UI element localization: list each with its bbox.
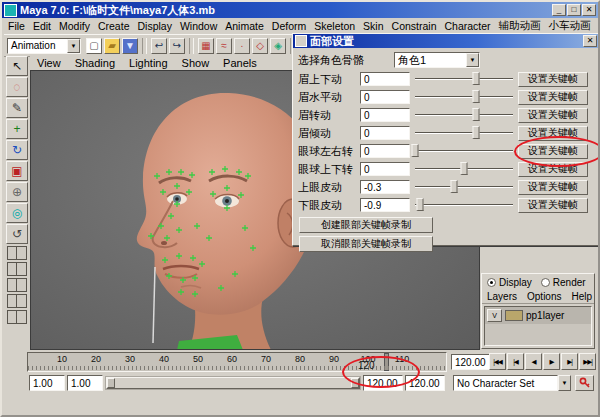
character-dropdown[interactable]: 角色1 ▼ — [394, 52, 480, 68]
go-to-start-button[interactable]: |◀◀ — [489, 353, 506, 370]
menu-item-0[interactable]: File — [4, 20, 29, 32]
slider-handle[interactable] — [473, 108, 480, 121]
slider-handle[interactable] — [473, 90, 480, 103]
set-keyframe-button[interactable]: 设置关键帧 — [518, 198, 588, 213]
slider-handle[interactable] — [461, 162, 468, 175]
panel-menu-shading[interactable]: Shading — [68, 57, 122, 69]
playback-end-field[interactable]: 120.00 — [363, 375, 403, 391]
control-slider[interactable] — [413, 197, 515, 213]
slider-handle[interactable] — [412, 144, 419, 157]
make-live-icon[interactable]: ◈ — [270, 38, 286, 54]
go-to-end-button[interactable]: ▶▶| — [579, 353, 596, 370]
menu-item-7[interactable]: Deform — [268, 20, 310, 32]
menu-item-5[interactable]: Window — [176, 20, 221, 32]
create-eye-key-recording-button[interactable]: 创建眼部关键帧录制 — [299, 217, 433, 233]
show-manipulator-button[interactable]: ◎ — [6, 203, 28, 223]
panel-menu-panels[interactable]: Panels — [216, 57, 264, 69]
set-keyframe-button[interactable]: 设置关键帧 — [518, 126, 588, 141]
layers-menu-help[interactable]: Help — [566, 291, 597, 302]
layout-single-pane-button[interactable] — [7, 246, 27, 260]
rotate-tool-button[interactable]: ↻ — [6, 140, 28, 160]
set-keyframe-button[interactable]: 设置关键帧 — [518, 180, 588, 195]
layout-persp-outliner-button[interactable] — [7, 278, 27, 292]
current-frame-marker[interactable] — [384, 353, 389, 371]
chevron-down-icon[interactable]: ▼ — [67, 39, 80, 53]
control-slider[interactable] — [413, 89, 515, 105]
layer-row[interactable]: Vpp1layer — [485, 307, 591, 324]
control-slider[interactable] — [413, 125, 515, 141]
menu-item-13[interactable]: 小车动画 — [545, 19, 595, 33]
range-end-handle[interactable] — [351, 378, 359, 388]
panel-menu-show[interactable]: Show — [175, 57, 217, 69]
lasso-tool-button[interactable]: ◌ — [6, 77, 28, 97]
layer-visibility-toggle[interactable]: V — [487, 309, 502, 322]
menu-item-10[interactable]: Constrain — [388, 20, 441, 32]
undo-icon[interactable]: ↩ — [151, 38, 167, 54]
step-back-frame-button[interactable]: |◀ — [507, 353, 524, 370]
select-tool-button[interactable]: ↖ — [6, 56, 28, 76]
set-keyframe-button[interactable]: 设置关键帧 — [518, 108, 588, 123]
move-tool-button[interactable]: + — [6, 119, 28, 139]
slider-handle[interactable] — [473, 126, 480, 139]
time-slider[interactable]: 102030405060708090100110 120 — [27, 352, 447, 372]
animation-end-field[interactable]: 120.00 — [405, 375, 445, 391]
chevron-down-icon[interactable]: ▼ — [558, 375, 571, 391]
control-value-field[interactable]: 0 — [360, 108, 410, 122]
menu-item-12[interactable]: 辅助动画 — [495, 19, 545, 33]
panel-menu-view[interactable]: View — [30, 57, 68, 69]
menu-item-6[interactable]: Animate — [221, 20, 268, 32]
menu-item-14[interactable]: 帮助 — [595, 19, 596, 33]
maximize-button[interactable]: □ — [567, 4, 581, 16]
slider-handle[interactable] — [473, 72, 480, 85]
close-button[interactable]: ✕ — [582, 4, 596, 16]
layer-color-swatch[interactable] — [505, 310, 523, 321]
set-keyframe-button[interactable]: 设置关键帧 — [518, 162, 588, 177]
range-slider[interactable] — [105, 376, 361, 390]
menu-item-2[interactable]: Modify — [55, 20, 94, 32]
save-scene-icon[interactable]: ▼ — [122, 38, 138, 54]
last-tool-button[interactable]: ↺ — [6, 224, 28, 244]
menu-set-dropdown[interactable]: Animation ▼ — [7, 38, 81, 54]
layout-four-pane-button[interactable] — [7, 262, 27, 276]
control-value-field[interactable]: 0 — [360, 90, 410, 104]
new-scene-icon[interactable]: ▢ — [86, 38, 102, 54]
menu-item-3[interactable]: Create — [94, 20, 134, 32]
control-slider[interactable] — [413, 161, 515, 177]
layers-menu-options[interactable]: Options — [522, 291, 566, 302]
title-bar[interactable]: Maya 7.0: F:\临时文件\maya7人体3.mb _ □ ✕ — [2, 2, 598, 18]
scale-tool-button[interactable]: ▣ — [6, 161, 28, 181]
control-value-field[interactable]: -0.3 — [360, 180, 410, 194]
set-keyframe-button[interactable]: 设置关键帧 — [518, 90, 588, 105]
auto-keyframe-button[interactable] — [575, 375, 594, 391]
menu-item-9[interactable]: Skin — [359, 20, 387, 32]
slider-handle[interactable] — [417, 198, 424, 211]
render-radio[interactable]: Render — [541, 277, 586, 288]
universal-manipulator-button[interactable]: ⊕ — [6, 182, 28, 202]
control-value-field[interactable]: 0 — [360, 162, 410, 176]
play-forwards-button[interactable]: ▶ — [543, 353, 560, 370]
control-value-field[interactable]: -0.9 — [360, 198, 410, 212]
control-value-field[interactable]: 0 — [360, 144, 410, 158]
snap-to-point-icon[interactable]: ∙ — [234, 38, 250, 54]
open-scene-icon[interactable]: ▰ — [104, 38, 120, 54]
layout-hypershade-button[interactable] — [7, 310, 27, 324]
dialog-close-button[interactable]: ✕ — [583, 35, 597, 47]
control-slider[interactable] — [413, 179, 515, 195]
dialog-title-bar[interactable]: 面部设置 ✕ — [293, 34, 599, 48]
minimize-button[interactable]: _ — [552, 4, 566, 16]
snap-to-curve-icon[interactable]: ≈ — [216, 38, 232, 54]
control-slider[interactable] — [413, 107, 515, 123]
play-backwards-button[interactable]: ◀ — [525, 353, 542, 370]
playback-start-field[interactable]: 1.00 — [67, 375, 103, 391]
menu-item-11[interactable]: Character — [441, 20, 495, 32]
control-value-field[interactable]: 0 — [360, 72, 410, 86]
panel-menu-lighting[interactable]: Lighting — [122, 57, 175, 69]
character-set-dropdown[interactable]: No Character Set ▼ — [453, 375, 571, 391]
slider-handle[interactable] — [450, 180, 457, 193]
set-keyframe-button[interactable]: 设置关键帧 — [518, 144, 588, 159]
layers-menu-layers[interactable]: Layers — [482, 291, 522, 302]
redo-icon[interactable]: ↪ — [169, 38, 185, 54]
display-radio[interactable]: Display — [487, 277, 532, 288]
chevron-down-icon[interactable]: ▼ — [466, 53, 479, 67]
snap-to-plane-icon[interactable]: ◇ — [252, 38, 268, 54]
